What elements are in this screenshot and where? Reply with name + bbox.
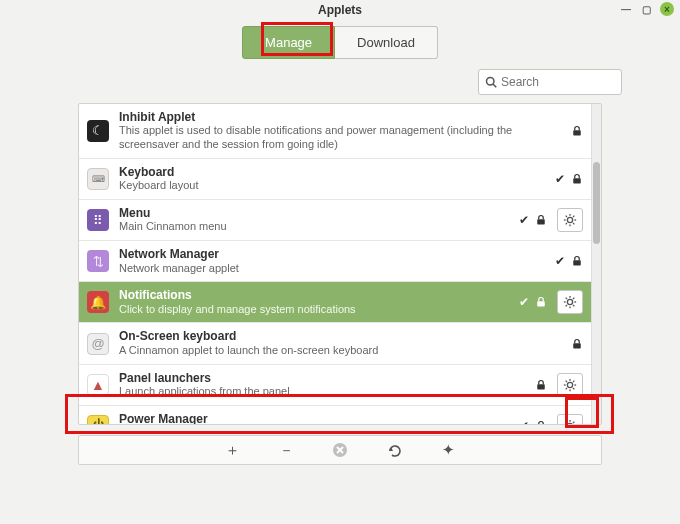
svg-line-21 xyxy=(566,298,567,299)
svg-line-11 xyxy=(573,223,574,224)
applet-name: Network Manager xyxy=(119,247,545,261)
scrollbar[interactable] xyxy=(591,104,601,424)
applet-description: A Cinnamon applet to launch the on-scree… xyxy=(119,344,561,358)
lock-icon xyxy=(571,173,583,185)
applet-text: MenuMain Cinnamon menu xyxy=(119,206,509,234)
status-icons xyxy=(571,125,583,137)
applet-description: Keyboard layout xyxy=(119,179,545,193)
tab-label: Download xyxy=(357,35,415,50)
lock-icon xyxy=(571,255,583,267)
enabled-check-icon: ✔ xyxy=(519,419,529,424)
applet-text: Power ManagerCinnamon power management a… xyxy=(119,412,509,424)
lock-icon xyxy=(571,125,583,137)
applet-row-inhibit[interactable]: ☾Inhibit AppletThis applet is used to di… xyxy=(79,104,591,159)
search-field[interactable] xyxy=(478,69,622,95)
svg-rect-4 xyxy=(537,219,545,224)
applet-description: Main Cinnamon menu xyxy=(119,220,509,234)
svg-rect-25 xyxy=(573,343,581,348)
svg-rect-15 xyxy=(537,302,545,307)
applet-name: On-Screen keyboard xyxy=(119,329,561,343)
lock-icon xyxy=(535,214,547,226)
applet-row-notifications[interactable]: 🔔NotificationsClick to display and manag… xyxy=(79,282,591,323)
applet-description: Launch applications from the panel xyxy=(119,385,525,399)
tab-download[interactable]: Download xyxy=(335,26,438,59)
settings-button-power[interactable] xyxy=(557,414,583,424)
applet-name: Power Manager xyxy=(119,412,509,424)
search-input[interactable] xyxy=(501,75,615,89)
applet-row-keyboard[interactable]: ⌨KeyboardKeyboard layout✔ xyxy=(79,159,591,200)
applet-name: Keyboard xyxy=(119,165,545,179)
bottom-toolbar: ＋ － ✦ xyxy=(78,435,602,465)
applet-description: Click to display and manage system notif… xyxy=(119,303,509,317)
window-controls: — ▢ × xyxy=(620,2,674,16)
enabled-check-icon: ✔ xyxy=(519,213,529,227)
status-icons: ✔ xyxy=(555,172,583,186)
settings-button-notifications[interactable] xyxy=(557,290,583,314)
svg-line-10 xyxy=(566,216,567,217)
applet-text: NotificationsClick to display and manage… xyxy=(119,288,509,316)
search-icon xyxy=(485,76,497,88)
svg-rect-14 xyxy=(573,260,581,265)
applet-list-container: ☾Inhibit AppletThis applet is used to di… xyxy=(78,103,602,425)
svg-line-12 xyxy=(566,223,567,224)
add-button[interactable]: ＋ xyxy=(221,439,243,461)
applet-list: ☾Inhibit AppletThis applet is used to di… xyxy=(79,104,591,424)
enabled-check-icon: ✔ xyxy=(555,172,565,186)
cancel-button xyxy=(329,439,351,461)
applet-row-osk[interactable]: @On-Screen keyboardA Cinnamon applet to … xyxy=(79,323,591,364)
undo-button[interactable] xyxy=(383,439,405,461)
remove-button[interactable]: － xyxy=(275,439,297,461)
network-icon: ⇅ xyxy=(87,250,109,272)
rocket-icon: ▲ xyxy=(87,374,109,396)
updates-button[interactable]: ✦ xyxy=(437,439,459,461)
svg-line-33 xyxy=(573,388,574,389)
applet-name: Inhibit Applet xyxy=(119,110,561,124)
svg-point-0 xyxy=(487,78,495,86)
at-icon: @ xyxy=(87,333,109,355)
applet-row-network[interactable]: ⇅Network ManagerNetwork manager applet✔ xyxy=(79,241,591,282)
applet-description: Network manager applet xyxy=(119,262,545,276)
applet-text: Panel launchersLaunch applications from … xyxy=(119,371,525,399)
grid-icon: ⠿ xyxy=(87,209,109,231)
svg-point-5 xyxy=(567,217,572,222)
applet-description: This applet is used to disable notificat… xyxy=(119,124,561,152)
settings-button-menu[interactable] xyxy=(557,208,583,232)
scroll-thumb[interactable] xyxy=(593,162,600,244)
power-icon: ⏻ xyxy=(87,415,109,424)
applet-text: Network ManagerNetwork manager applet xyxy=(119,247,545,275)
window-title: Applets xyxy=(318,3,362,17)
svg-line-22 xyxy=(573,305,574,306)
applet-text: On-Screen keyboardA Cinnamon applet to l… xyxy=(119,329,561,357)
svg-point-37 xyxy=(567,423,572,424)
minimize-icon[interactable]: — xyxy=(620,3,632,15)
status-icons: ✔ xyxy=(519,213,547,227)
maximize-icon[interactable]: ▢ xyxy=(640,3,652,15)
svg-line-42 xyxy=(566,421,567,422)
svg-line-32 xyxy=(566,380,567,381)
applet-text: Inhibit AppletThis applet is used to dis… xyxy=(119,110,561,152)
settings-button-panel-launchers[interactable] xyxy=(557,373,583,397)
bell-icon: 🔔 xyxy=(87,291,109,313)
svg-line-1 xyxy=(493,84,496,87)
titlebar: Applets — ▢ × xyxy=(0,0,680,20)
applet-name: Notifications xyxy=(119,288,509,302)
applet-name: Menu xyxy=(119,206,509,220)
applet-row-menu[interactable]: ⠿MenuMain Cinnamon menu✔ xyxy=(79,200,591,241)
svg-line-13 xyxy=(573,216,574,217)
svg-line-35 xyxy=(573,380,574,381)
lock-icon xyxy=(535,296,547,308)
svg-rect-26 xyxy=(537,384,545,389)
applet-row-power[interactable]: ⏻Power ManagerCinnamon power management … xyxy=(79,406,591,424)
keyboard-icon: ⌨ xyxy=(87,168,109,190)
close-icon[interactable]: × xyxy=(660,2,674,16)
status-icons: ✔ xyxy=(519,295,547,309)
enabled-check-icon: ✔ xyxy=(519,295,529,309)
applet-row-panel-launchers[interactable]: ▲Panel launchersLaunch applications from… xyxy=(79,365,591,406)
search-row xyxy=(0,69,680,103)
tab-manage[interactable]: Manage xyxy=(242,26,335,59)
applet-text: KeyboardKeyboard layout xyxy=(119,165,545,193)
tabs: Manage Download xyxy=(0,20,680,69)
svg-rect-3 xyxy=(573,178,581,183)
status-icons xyxy=(571,338,583,350)
svg-line-34 xyxy=(566,388,567,389)
